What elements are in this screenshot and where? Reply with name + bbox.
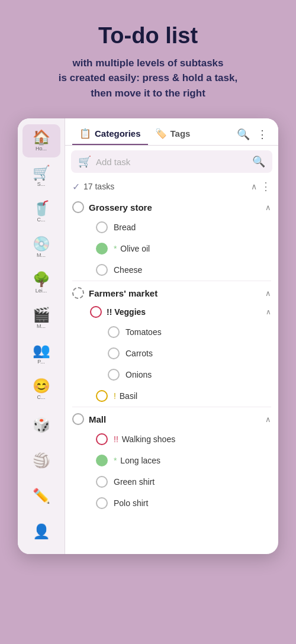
task-item-cheese[interactable]: Cheese <box>65 259 278 281</box>
dice-icon: 🎲 <box>33 418 50 432</box>
task-circle-walking-shoes <box>96 433 108 445</box>
sidebar-item-leisure[interactable]: 🌳 Lei... <box>22 266 60 300</box>
task-item-polo-shirt[interactable]: Polo shirt <box>65 492 278 514</box>
sidebar-item-notes[interactable]: ✏️ <box>22 479 60 513</box>
cart-icon: 🛒 <box>33 166 50 180</box>
task-circle-long-laces <box>96 455 108 466</box>
task-label-carrots: Carrots <box>126 349 271 358</box>
task-label-green-shirt: Green shirt <box>114 477 271 487</box>
task-item-onions[interactable]: Onions <box>65 364 278 385</box>
tab-categories[interactable]: 📋 Categories <box>72 123 148 145</box>
category-label-grossery: Grossery store <box>89 202 260 212</box>
sub-category-row-veggies[interactable]: !! Veggies ∧ <box>65 302 278 321</box>
task-item-green-shirt[interactable]: Green shirt <box>65 471 278 492</box>
cooking-icon: 🥤 <box>33 201 50 215</box>
task-label-basil: ! Basil <box>114 391 271 401</box>
sidebar-item-games[interactable]: 🎲 <box>22 408 60 442</box>
task-circle-onions <box>108 369 120 381</box>
sidebar-item-cooking[interactable]: 🥤 C... <box>22 195 60 228</box>
category-circle-mall <box>72 413 84 425</box>
task-list: Grossery store ∧ Bread * Olive oil Chees… <box>65 195 278 554</box>
film-icon: 🎬 <box>33 308 50 322</box>
task-circle-olive-oil <box>96 243 108 255</box>
task-circle-carrots <box>108 347 120 359</box>
home-icon: 🏠 <box>33 130 50 144</box>
category-chevron-mall[interactable]: ∧ <box>265 415 271 424</box>
task-label-bread: Bread <box>114 223 271 232</box>
subtitle-line3: then move it to the right <box>91 88 205 99</box>
page-title: To-do list <box>59 24 237 49</box>
collapse-all-button[interactable]: ∧ <box>251 182 257 191</box>
sub-category-label-veggies: !! Veggies <box>107 307 261 317</box>
sidebar-item-contacts[interactable]: 😊 C... <box>22 373 60 406</box>
task-circle-polo-shirt <box>96 497 108 509</box>
sub-category-chevron-veggies[interactable]: ∧ <box>266 308 271 316</box>
tab-tags[interactable]: 🏷️ Tags <box>148 123 198 145</box>
tags-tab-icon: 🏷️ <box>155 128 167 139</box>
search-icon-button[interactable]: 🔍 <box>252 155 265 168</box>
add-task-placeholder[interactable]: Add task <box>96 157 247 167</box>
subtitle-line2: is created easily: press & hold a task, <box>59 72 237 83</box>
task-label-walking-shoes: !! Walking shoes <box>114 434 271 444</box>
task-label-polo-shirt: Polo shirt <box>114 498 271 508</box>
tab-tags-label: Tags <box>170 128 191 139</box>
subtitle-line1: with multiple levels of subtasks <box>72 57 223 69</box>
media-icon: 💿 <box>33 237 50 251</box>
task-label-cheese: Cheese <box>114 265 271 275</box>
task-item-tomatoes[interactable]: Tomatoes <box>65 321 278 343</box>
task-label-onions: Onions <box>126 370 271 379</box>
sidebar-item-media[interactable]: 💿 M... <box>22 231 60 264</box>
task-item-bread[interactable]: Bread <box>65 217 278 238</box>
search-button[interactable]: 🔍 <box>233 124 253 144</box>
category-row-farmers[interactable]: Farmers' market ∧ <box>65 281 278 302</box>
task-item-basil[interactable]: ! Basil <box>65 385 278 407</box>
task-item-carrots[interactable]: Carrots <box>65 343 278 364</box>
smile-icon: 😊 <box>33 379 50 393</box>
task-count-row: ✓ 17 tasks ∧ ⋮ <box>65 178 278 195</box>
task-item-walking-shoes[interactable]: !! Walking shoes <box>65 429 278 450</box>
tab-bar: 📋 Categories 🏷️ Tags 🔍 ⋮ <box>65 118 278 146</box>
volleyball-icon: 🏐 <box>33 453 50 468</box>
category-chevron-farmers[interactable]: ∧ <box>265 289 271 298</box>
task-label-tomatoes: Tomatoes <box>126 327 271 337</box>
category-row-grossery[interactable]: Grossery store ∧ <box>65 195 278 217</box>
sub-category-circle-veggies <box>90 306 102 318</box>
sidebar-item-people[interactable]: 👥 P... <box>22 337 60 371</box>
people-icon: 👥 <box>33 343 50 358</box>
task-circle-cheese <box>96 264 108 276</box>
category-chevron-grossery[interactable]: ∧ <box>265 203 271 212</box>
checkmark-icon: ✓ <box>72 181 80 192</box>
category-label-farmers: Farmers' market <box>89 288 260 298</box>
task-item-olive-oil[interactable]: * Olive oil <box>65 238 278 259</box>
category-row-mall[interactable]: Mall ∧ <box>65 407 278 429</box>
category-label-mall: Mall <box>89 414 260 424</box>
task-circle-basil <box>96 390 108 402</box>
sidebar-item-sports[interactable]: 🏐 <box>22 444 60 477</box>
task-count-label: 17 tasks <box>83 182 247 191</box>
user-icon: 👤 <box>33 524 50 539</box>
category-circle-grossery <box>72 201 84 213</box>
tab-categories-label: Categories <box>95 128 141 139</box>
sidebar-item-profile[interactable]: 👤 <box>22 515 60 548</box>
task-item-long-laces[interactable]: * Long laces <box>65 450 278 471</box>
subtitle: with multiple levels of subtasks is crea… <box>59 56 237 101</box>
task-list-more-button[interactable]: ⋮ <box>260 180 271 193</box>
sidebar: 🏠 Ho... 🛒 S... 🥤 C... 💿 M... 🌳 Lei... 🎬 … <box>18 118 65 554</box>
categories-tab-icon: 📋 <box>79 128 91 139</box>
more-menu-button[interactable]: ⋮ <box>253 124 271 144</box>
sidebar-item-home[interactable]: 🏠 Ho... <box>22 124 60 157</box>
category-circle-farmers <box>72 287 84 299</box>
task-circle-tomatoes <box>108 326 120 338</box>
add-task-cart-icon: 🛒 <box>78 155 91 168</box>
tree-icon: 🌳 <box>33 272 50 286</box>
sidebar-item-movies[interactable]: 🎬 M... <box>22 302 60 335</box>
pencil-icon: ✏️ <box>33 489 50 503</box>
sidebar-item-shopping[interactable]: 🛒 S... <box>22 160 60 193</box>
task-circle-green-shirt <box>96 476 108 488</box>
header: To-do list with multiple levels of subta… <box>41 24 255 118</box>
search-bar: 🛒 Add task 🔍 <box>71 150 272 173</box>
main-content: 📋 Categories 🏷️ Tags 🔍 ⋮ 🛒 Add task 🔍 ✓ … <box>65 118 278 554</box>
task-circle-bread <box>96 221 108 233</box>
app-container: 🏠 Ho... 🛒 S... 🥤 C... 💿 M... 🌳 Lei... 🎬 … <box>18 118 278 554</box>
task-label-olive-oil: * Olive oil <box>114 244 271 253</box>
